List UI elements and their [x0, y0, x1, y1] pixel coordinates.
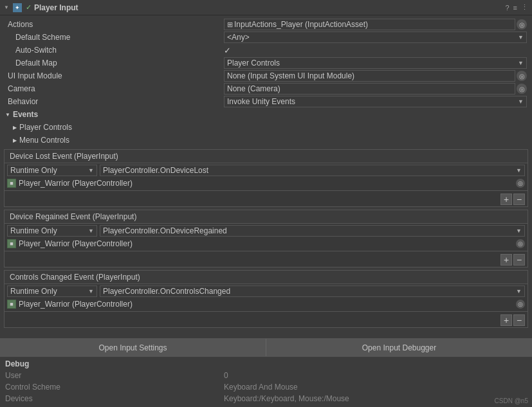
- debug-devices-row: Devices Keyboard:/Keyboard, Mouse:/Mouse: [5, 393, 527, 404]
- controls-changed-event-row: Runtime Only ▼ PlayerController.OnContro…: [5, 284, 527, 298]
- menu-controls-header[interactable]: ▶ Menu Controls: [0, 134, 532, 147]
- events-section-header[interactable]: ▼ Events: [0, 108, 532, 121]
- default-scheme-value: <Any> ▼: [224, 32, 527, 43]
- debug-title: Debug: [5, 359, 527, 368]
- chevron-down-icon3: ▼: [518, 98, 524, 105]
- device-lost-runtime-dropdown[interactable]: Runtime Only ▼: [7, 165, 97, 176]
- controls-changed-entry-settings-btn[interactable]: ◎: [516, 300, 525, 309]
- input-actions-field[interactable]: ⊞ InputActions_Player (InputActionAsset): [224, 19, 515, 30]
- actions-row: Actions ⊞ InputActions_Player (InputActi…: [0, 18, 532, 31]
- controls-changed-add-remove: + −: [5, 313, 527, 327]
- debug-user-value: 0: [224, 371, 228, 380]
- device-regained-add-remove: + −: [5, 253, 527, 267]
- debug-user-label: User: [5, 371, 224, 380]
- chevron-icon3: ▼: [88, 228, 94, 234]
- device-regained-event-row: Runtime Only ▼ PlayerController.OnDevice…: [5, 224, 527, 238]
- default-map-dropdown[interactable]: Player Controls ▼: [224, 57, 527, 69]
- fold-triangle-icon[interactable]: ▼: [4, 5, 9, 10]
- device-lost-entry-settings-btn[interactable]: ◎: [516, 179, 525, 188]
- device-regained-runtime-dropdown[interactable]: Runtime Only ▼: [7, 225, 97, 237]
- content-area: Actions ⊞ InputActions_Player (InputActi…: [0, 15, 532, 338]
- device-regained-entry-row: ■ Player_Warrior (PlayerController) ◎: [5, 238, 527, 249]
- controls-changed-entry-row: ■ Player_Warrior (PlayerController) ◎: [5, 298, 527, 310]
- device-lost-event-row: Runtime Only ▼ PlayerController.OnDevice…: [5, 163, 527, 177]
- camera-value: None (Camera) ◎: [224, 83, 527, 95]
- behavior-dropdown[interactable]: Invoke Unity Events ▼: [224, 96, 527, 107]
- device-regained-remove-btn[interactable]: −: [513, 254, 525, 266]
- device-lost-add-remove: + −: [5, 192, 527, 206]
- device-lost-event-block: Device Lost Event (PlayerInput) Runtime …: [4, 149, 528, 207]
- bottom-buttons: Open Input Settings Open Input Debugger: [0, 338, 532, 356]
- controls-changed-add-btn[interactable]: +: [500, 314, 512, 326]
- device-lost-remove-btn[interactable]: −: [513, 194, 525, 205]
- default-scheme-label: Default Scheme: [5, 33, 224, 42]
- device-lost-entry-label: Player_Warrior (PlayerController): [19, 179, 513, 188]
- help-icon[interactable]: ?: [505, 4, 509, 12]
- camera-label: Camera: [5, 84, 224, 93]
- player-controls-fold-icon: ▶: [13, 125, 17, 131]
- controls-changed-callback-dropdown[interactable]: PlayerController.OnControlsChanged ▼: [100, 285, 525, 297]
- ui-input-module-field[interactable]: None (Input System UI Input Module): [224, 70, 515, 82]
- chevron-down-icon2: ▼: [518, 60, 524, 66]
- debug-devices-label: Devices: [5, 394, 224, 403]
- ui-input-module-row: UI Input Module None (Input System UI In…: [0, 69, 532, 82]
- actions-label: Actions: [5, 20, 224, 29]
- overflow-icon[interactable]: ⋮: [521, 3, 528, 12]
- behavior-row: Behavior Invoke Unity Events ▼: [0, 95, 532, 108]
- default-map-value: Player Controls ▼: [224, 57, 527, 69]
- ui-input-module-value: None (Input System UI Input Module) ◎: [224, 70, 527, 82]
- watermark: CSDN @n5: [495, 397, 528, 404]
- player-controls-header[interactable]: ▶ Player Controls: [0, 121, 532, 134]
- enabled-toggle[interactable]: ✓: [26, 3, 32, 12]
- camera-circle-btn[interactable]: ◎: [517, 84, 527, 94]
- menu-controls-fold-icon: ▶: [13, 138, 17, 143]
- actions-circle-btn[interactable]: ◎: [517, 19, 527, 30]
- device-regained-entry-settings-btn[interactable]: ◎: [516, 239, 525, 248]
- behavior-label: Behavior: [5, 97, 224, 106]
- device-lost-header: Device Lost Event (PlayerInput): [5, 150, 527, 163]
- chevron-icon2: ▼: [516, 167, 522, 174]
- title-left: ▼ ✦ ✓ Player Input: [4, 3, 78, 12]
- entry-icon2: ■: [7, 239, 16, 248]
- device-regained-callback-dropdown[interactable]: PlayerController.OnDeviceRegained ▼: [100, 225, 525, 237]
- player-controls-label: Player Controls: [19, 123, 72, 132]
- debug-control-scheme-value: Keyboard And Mouse: [224, 383, 298, 392]
- chevron-icon: ▼: [88, 167, 94, 174]
- entry-icon: ■: [7, 179, 16, 188]
- device-lost-callback-dropdown[interactable]: PlayerController.OnDeviceLost ▼: [100, 165, 525, 176]
- device-regained-header: Device Regained Event (PlayerInput): [5, 210, 527, 224]
- device-lost-add-btn[interactable]: +: [500, 194, 512, 205]
- camera-row: Camera None (Camera) ◎: [0, 82, 532, 95]
- events-fold-icon: ▼: [5, 112, 10, 118]
- debug-control-scheme-label: Control Scheme: [5, 383, 224, 392]
- auto-switch-checkbox[interactable]: ✓: [224, 46, 231, 55]
- open-input-settings-button[interactable]: Open Input Settings: [0, 339, 266, 356]
- controls-changed-remove-btn[interactable]: −: [513, 314, 525, 326]
- controls-changed-event-block: Controls Changed Event (PlayerInput) Run…: [4, 270, 528, 328]
- device-lost-entry-row: ■ Player_Warrior (PlayerController) ◎: [5, 177, 527, 189]
- chevron-icon5: ▼: [88, 288, 94, 294]
- controls-changed-entry-label: Player_Warrior (PlayerController): [19, 300, 513, 309]
- component-icon: ✦: [13, 3, 22, 12]
- title-icons: ? ≡ ⋮: [505, 3, 528, 12]
- controls-changed-header: Controls Changed Event (PlayerInput): [5, 271, 527, 284]
- device-regained-event-block: Device Regained Event (PlayerInput) Runt…: [4, 210, 528, 267]
- window-title: Player Input: [34, 3, 78, 12]
- menu-controls-label: Menu Controls: [19, 136, 69, 145]
- auto-switch-value: ✓: [224, 46, 527, 55]
- behavior-value: Invoke Unity Events ▼: [224, 96, 527, 107]
- open-input-debugger-button[interactable]: Open Input Debugger: [266, 339, 532, 356]
- default-scheme-dropdown[interactable]: <Any> ▼: [224, 32, 527, 43]
- camera-field[interactable]: None (Camera): [224, 83, 515, 95]
- device-regained-add-btn[interactable]: +: [500, 254, 512, 266]
- asset-icon: ⊞: [227, 21, 233, 29]
- controls-changed-runtime-dropdown[interactable]: Runtime Only ▼: [7, 285, 97, 297]
- auto-switch-label: Auto-Switch: [5, 46, 224, 55]
- events-label: Events: [13, 110, 38, 119]
- component-menu-icon[interactable]: ≡: [513, 4, 517, 12]
- ui-input-module-circle-btn[interactable]: ◎: [517, 71, 527, 81]
- input-actions-value: InputActions_Player (InputActionAsset): [234, 20, 368, 29]
- auto-switch-row: Auto-Switch ✓: [0, 44, 532, 57]
- debug-section: Debug User 0 Control Scheme Keyboard And…: [0, 356, 532, 407]
- chevron-icon4: ▼: [516, 228, 522, 234]
